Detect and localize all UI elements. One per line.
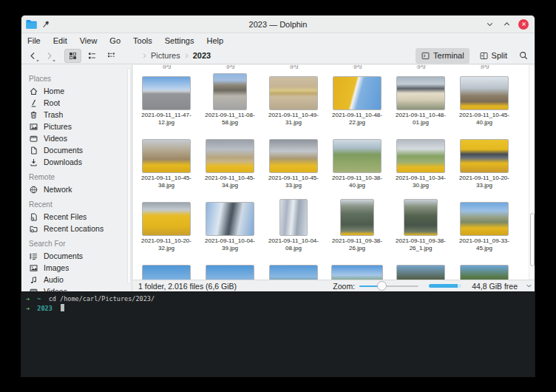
sidebar-section-remote: Remote (29, 173, 132, 181)
photo-thumbnail[interactable] (396, 139, 445, 173)
photo-thumbnail[interactable] (460, 202, 509, 236)
main-scrollbar[interactable] (529, 65, 535, 280)
zoom-control: Zoom: 44,8 GiB free (333, 281, 535, 291)
photo-thumbnail[interactable] (269, 265, 318, 280)
photo-thumbnail[interactable] (142, 139, 191, 173)
sidebar-item-recent-files[interactable]: Recent Files (21, 211, 132, 223)
menu-settings[interactable]: Settings (165, 36, 194, 45)
disk-capacity-bar (429, 284, 461, 288)
file-item[interactable] (135, 259, 198, 280)
main-scrollbar-handle[interactable] (530, 213, 535, 266)
photo-thumbnail[interactable] (460, 265, 509, 280)
file-item[interactable] (452, 259, 516, 280)
photo-thumbnail[interactable] (142, 76, 191, 110)
file-item[interactable]: 2021-09-11_10-20-32.jpg (135, 196, 198, 259)
sidebar-item-home[interactable]: Home (21, 85, 132, 97)
terminal-panel[interactable]: ➜ ~ cd /home/carl/Pictures/2023/➜ 2023 (21, 291, 535, 377)
file-item[interactable] (389, 259, 452, 280)
pin-icon[interactable] (41, 20, 50, 29)
file-item[interactable]: 2021-09-11_10-48-22.jpg (325, 70, 389, 133)
photo-thumbnail[interactable] (279, 199, 308, 236)
sidebar-item-search-images[interactable]: Images (21, 262, 132, 274)
split-icon (479, 51, 489, 61)
thumbnail-wrap (269, 259, 318, 280)
photo-thumbnail[interactable] (206, 139, 254, 173)
photo-thumbnail[interactable] (333, 76, 382, 110)
file-item[interactable]: 2021-09-11_10-04-08.jpg (262, 196, 325, 259)
menu-go[interactable]: Go (109, 36, 121, 45)
file-item[interactable]: 2021-09-11_09-38-26_1.jpg (389, 196, 452, 259)
sidebar-scrollbar[interactable] (127, 68, 131, 284)
sidebar-item-search-documents[interactable]: Documents (21, 250, 132, 262)
details-view-button[interactable] (84, 49, 101, 63)
chevron-down-icon[interactable] (525, 282, 533, 290)
sidebar-item-recent-locations[interactable]: Recent Locations (21, 223, 132, 234)
file-item[interactable]: 2021-09-11_10-04-39.jpg (198, 196, 262, 259)
file-item[interactable]: 2021-09-11_10-45-38.jpg (135, 133, 198, 196)
photo-thumbnail[interactable] (396, 76, 445, 110)
sidebar-item-trash[interactable]: Trash (21, 109, 132, 121)
titlebar[interactable]: 2023 — Dolphin (21, 16, 535, 33)
photo-thumbnail[interactable] (460, 76, 509, 110)
file-item[interactable]: 2021-09-11_11-47-12.jpg (135, 70, 198, 133)
file-item[interactable]: 2021-09-11_09-38-26.jpg (325, 196, 389, 259)
breadcrumb-2023[interactable]: 2023 (191, 51, 213, 60)
menu-tools[interactable]: Tools (133, 36, 152, 45)
photo-thumbnail[interactable] (213, 73, 247, 110)
file-item[interactable] (198, 259, 262, 280)
sidebar-item-label: Home (44, 87, 64, 95)
sidebar-item-downloads[interactable]: Downloads (21, 156, 132, 168)
split-view-button[interactable]: Split (474, 48, 512, 64)
photo-thumbnail[interactable] (396, 265, 445, 280)
menu-file[interactable]: File (27, 36, 41, 45)
sidebar-item-root[interactable]: Root (21, 97, 132, 109)
file-item[interactable]: 2021-09-11_10-45-34.jpg (198, 133, 262, 196)
sidebar-item-label: Recent Locations (44, 224, 104, 233)
file-item[interactable]: 2021-09-11_10-48-01.jpg (389, 70, 452, 133)
close-button[interactable] (518, 19, 529, 30)
breadcrumb-pictures[interactable]: Pictures (149, 51, 183, 60)
sidebar-item-documents[interactable]: Documents (21, 144, 132, 156)
file-item[interactable]: 2021-09-11_10-49-31.jpg (262, 70, 325, 133)
menu-edit[interactable]: Edit (53, 36, 67, 45)
search-icon[interactable] (517, 49, 530, 62)
file-item[interactable]: 2021-09-11_10-34-30.jpg (389, 133, 452, 196)
menu-view[interactable]: View (80, 36, 98, 45)
photo-thumbnail[interactable] (142, 202, 191, 236)
file-item[interactable]: 2021-09-11_10-45-40.jpg (452, 70, 516, 133)
file-item[interactable]: 2021-09-11_10-38-40.jpg (325, 133, 389, 196)
menu-help[interactable]: Help (206, 36, 223, 45)
file-item[interactable] (262, 259, 325, 280)
sidebar-item-pictures[interactable]: Pictures (21, 121, 132, 132)
sidebar-item-videos[interactable]: Videos (21, 132, 132, 144)
photo-thumbnail[interactable] (404, 199, 438, 236)
photo-thumbnail[interactable] (269, 76, 318, 110)
icons-view-button[interactable] (64, 49, 81, 63)
zoom-slider[interactable] (359, 281, 418, 291)
photo-thumbnail[interactable] (206, 202, 254, 236)
photo-thumbnail[interactable] (142, 265, 191, 280)
photo-thumbnail[interactable] (206, 265, 254, 280)
terminal-toggle-button[interactable]: Terminal (416, 48, 469, 64)
photo-thumbnail[interactable] (340, 199, 374, 236)
back-history-caret[interactable] (36, 60, 39, 62)
compact-view-button[interactable] (103, 49, 120, 63)
file-item[interactable]: 2021-09-11_10-45-33.jpg (262, 133, 325, 196)
photo-thumbnail[interactable] (331, 265, 383, 280)
photo-thumbnail[interactable] (460, 139, 509, 173)
file-item[interactable] (325, 259, 389, 280)
file-item[interactable]: 2021-09-11_10-20-33.jpg (452, 133, 516, 196)
sidebar-item-network[interactable]: Network (21, 183, 132, 195)
thumbnail-wrap (279, 196, 308, 236)
file-item[interactable]: 2021-09-11_11-08-58.jpg (198, 70, 262, 133)
minimize-button[interactable] (484, 19, 495, 30)
document-icon (29, 146, 38, 155)
maximize-button[interactable] (501, 19, 512, 30)
sidebar-item-search-videos[interactable]: Videos (21, 285, 132, 291)
file-item[interactable]: 2021-09-11_09-33-45.jpg (452, 196, 516, 259)
photo-thumbnail[interactable] (333, 139, 382, 173)
forward-history-caret[interactable] (52, 60, 55, 62)
zoom-slider-handle[interactable] (377, 281, 387, 291)
photo-thumbnail[interactable] (269, 139, 318, 173)
sidebar-item-search-audio[interactable]: Audio (21, 274, 132, 285)
